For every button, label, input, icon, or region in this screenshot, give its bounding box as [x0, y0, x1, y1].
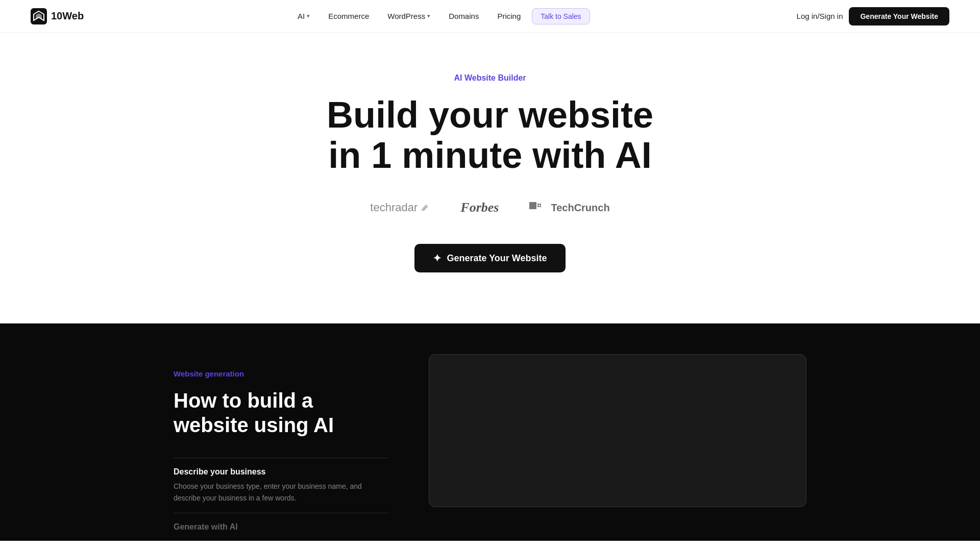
video-placeholder [429, 354, 806, 507]
svg-rect-5 [540, 204, 541, 205]
generation-video-panel [429, 364, 806, 517]
svg-rect-6 [537, 206, 539, 207]
step-describe: Describe your business Choose your busin… [174, 458, 388, 513]
nav-links: AI ▾ Ecommerce WordPress ▾ Domains Prici… [290, 8, 590, 24]
techcrunch-logo: TechCrunch [529, 201, 609, 214]
hero-eyebrow: AI Website Builder [454, 73, 526, 83]
techradar-signal-icon [420, 203, 430, 213]
techradar-logo: techradar [370, 201, 430, 214]
logo-link[interactable]: 10Web [31, 8, 84, 24]
step-describe-title: Describe your business [174, 467, 388, 477]
generation-steps: Describe your business Choose your busin… [174, 458, 388, 541]
nav-link-ecommerce[interactable]: Ecommerce [321, 9, 376, 23]
nav-actions: Log in/Sign in Generate Your Website [797, 7, 949, 26]
forbes-logo: Forbes [460, 200, 499, 215]
hero-section: AI Website Builder Build your website in… [0, 33, 980, 323]
sparkle-icon: ✦ [433, 252, 442, 264]
nav-link-domains[interactable]: Domains [442, 9, 486, 23]
svg-rect-3 [529, 202, 536, 209]
website-generation-section: Website generation How to build a websit… [0, 323, 980, 541]
chevron-down-icon: ▾ [307, 13, 310, 19]
chevron-down-icon-wp: ▾ [427, 13, 430, 19]
logo-text: 10Web [51, 10, 84, 22]
svg-rect-4 [537, 204, 539, 205]
nav-generate-button[interactable]: Generate Your Website [849, 7, 949, 26]
hero-generate-button[interactable]: ✦ Generate Your Website [414, 244, 565, 272]
hero-title: Build your website in 1 minute with AI [327, 95, 653, 176]
generation-title: How to build a website using AI [174, 388, 388, 437]
nav-link-wordpress[interactable]: WordPress ▾ [380, 9, 437, 23]
logo-icon [31, 8, 47, 24]
step-generate-title: Generate with AI [174, 522, 388, 532]
press-logos: techradar Forbes TechCrunch [370, 200, 609, 215]
techcrunch-icon [529, 201, 548, 211]
signin-link[interactable]: Log in/Sign in [797, 12, 843, 20]
generation-left-panel: Website generation How to build a websit… [174, 364, 388, 541]
step-describe-desc: Choose your business type, enter your bu… [174, 481, 388, 504]
navbar: 10Web AI ▾ Ecommerce WordPress ▾ Domains… [0, 0, 980, 33]
generation-eyebrow: Website generation [174, 369, 388, 378]
step-generate: Generate with AI [174, 513, 388, 541]
nav-link-ai[interactable]: AI ▾ [290, 9, 317, 23]
nav-link-pricing[interactable]: Pricing [490, 9, 528, 23]
talk-to-sales-button[interactable]: Talk to Sales [532, 8, 590, 24]
svg-rect-7 [540, 206, 541, 207]
